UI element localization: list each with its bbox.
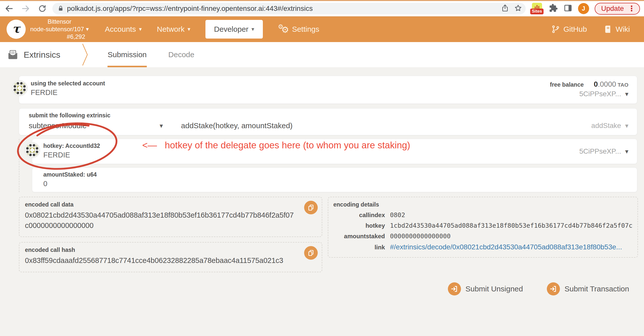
url-text: polkadot.js.org/apps/?rpc=wss://entrypoi… bbox=[67, 5, 498, 13]
call-select[interactable]: addStake ▾ bbox=[591, 122, 628, 130]
sites-badge: Sites bbox=[530, 9, 544, 14]
encoded-call-hash-value: 0x83ff59cdaaafd255687718c7741cce4b062328… bbox=[25, 255, 294, 266]
book-icon bbox=[603, 25, 612, 33]
detail-row-link: link #/extrinsics/decode/0x08021cbd2d435… bbox=[333, 243, 632, 251]
tab-decode-label: Decode bbox=[168, 50, 194, 59]
callindex-label: callindex bbox=[333, 212, 385, 219]
tau-glyph: τ bbox=[12, 22, 20, 36]
callindex-value: 0802 bbox=[390, 211, 405, 219]
submit-actions: Submit Unsigned Submit Transaction bbox=[19, 282, 637, 295]
chevron-down-icon: ▾ bbox=[625, 148, 628, 155]
git-branch-icon bbox=[551, 25, 560, 33]
gear-icon: ⚙⚙ bbox=[278, 24, 289, 34]
hotkey-identicon[interactable] bbox=[24, 142, 40, 158]
detail-row-hotkey: hotkey 1cbd2d43530a44705ad088af313e18f80… bbox=[333, 222, 632, 229]
copy-call-hash-button[interactable] bbox=[304, 246, 318, 260]
hotkey-address-short: 5CiPPseXP... bbox=[579, 147, 621, 155]
reload-button[interactable] bbox=[37, 3, 48, 14]
free-balance-label: free balance bbox=[550, 81, 584, 88]
call-signature: addStake(hotkey, amountStaked) bbox=[181, 121, 293, 130]
free-balance-value: 0.0000TAO bbox=[594, 80, 629, 88]
copy-call-data-button[interactable] bbox=[304, 201, 318, 214]
bookmark-star-icon[interactable] bbox=[514, 4, 522, 13]
hotkey-param-label: hotkey: AccountId32 bbox=[43, 143, 628, 149]
github-label: GitHub bbox=[563, 25, 587, 33]
back-arrow-icon bbox=[4, 4, 14, 13]
chevron-down-icon: ▾ bbox=[86, 26, 89, 33]
chevron-down-icon: ▾ bbox=[139, 26, 142, 32]
hotkey-param-value: FERDIE bbox=[43, 151, 628, 159]
back-button[interactable] bbox=[4, 3, 15, 14]
wiki-link[interactable]: Wiki bbox=[603, 25, 630, 33]
submit-unsigned-button[interactable]: Submit Unsigned bbox=[448, 282, 523, 295]
encoded-call-hash-card: encoded call hash 0x83ff59cdaaafd2556877… bbox=[19, 242, 322, 272]
forward-arrow-icon bbox=[21, 4, 30, 13]
app-header: τ Bittensor node-subtensor/107 ▾ #6,292 … bbox=[0, 16, 644, 42]
encoded-call-hash-label: encoded call hash bbox=[25, 247, 294, 253]
share-icon[interactable] bbox=[501, 4, 509, 13]
chevron-down-icon: ▾ bbox=[625, 90, 628, 98]
hotkey-account-dropdown[interactable]: 5CiPPseXP... ▾ bbox=[579, 147, 628, 155]
tab-submission-label: Submission bbox=[108, 50, 147, 59]
amountstaked-hex-label: amountstaked bbox=[333, 233, 385, 240]
chain-selector[interactable]: Bittensor node-subtensor/107 ▾ #6,292 bbox=[30, 18, 89, 41]
block-number: #6,292 bbox=[67, 33, 85, 41]
account-dropdown[interactable]: 5CiPPseXP... ▾ bbox=[579, 90, 628, 98]
update-button[interactable]: Update ⋮ bbox=[595, 3, 640, 15]
menu-developer-label: Developer bbox=[214, 25, 248, 33]
github-link[interactable]: GitHub bbox=[551, 25, 587, 33]
extrinsics-page: using the selected account FERDIE free b… bbox=[0, 67, 644, 295]
browser-menu-icon[interactable]: ⋮ bbox=[626, 5, 637, 12]
chevron-down-icon: ▾ bbox=[252, 26, 254, 32]
tab-decode[interactable]: Decode bbox=[168, 42, 194, 67]
hotkey-hex-label: hotkey bbox=[333, 222, 385, 229]
hotkey-param-card[interactable]: hotkey: AccountId32 FERDIE 5CiPPseXP... … bbox=[32, 139, 637, 164]
chain-name: Bittensor bbox=[48, 18, 71, 25]
submit-unsigned-label: Submit Unsigned bbox=[466, 285, 523, 293]
profile-avatar[interactable]: J bbox=[578, 3, 589, 14]
amountstaked-hex-value: 0000000000000000 bbox=[390, 232, 451, 240]
module-select[interactable]: subtensorModule bbox=[29, 121, 160, 130]
extrinsic-select-card: submit the following extrinsic subtensor… bbox=[19, 108, 637, 135]
wiki-label: Wiki bbox=[616, 25, 630, 33]
amount-param-label: amountStaked: u64 bbox=[43, 171, 628, 178]
bittensor-logo[interactable]: τ bbox=[7, 20, 26, 39]
account-select-card[interactable]: using the selected account FERDIE free b… bbox=[19, 76, 637, 104]
update-label: Update bbox=[601, 5, 624, 13]
encoding-details-title: encoding details bbox=[333, 201, 632, 208]
sign-in-icon bbox=[547, 282, 560, 295]
menu-accounts-label: Accounts bbox=[105, 25, 136, 33]
account-select-label: using the selected account bbox=[31, 80, 105, 87]
menu-network-label: Network bbox=[157, 25, 185, 33]
amount-param-card[interactable]: amountStaked: u64 0 bbox=[32, 167, 637, 192]
menu-accounts[interactable]: Accounts ▾ bbox=[105, 25, 142, 33]
page-title: Extrinsics bbox=[24, 50, 60, 60]
account-identicon[interactable] bbox=[12, 80, 28, 96]
encoded-call-data-value: 0x08021cbd2d43530a44705ad088af313e18f80b… bbox=[25, 210, 294, 230]
decode-link[interactable]: #/extrinsics/decode/0x08021cbd2d43530a44… bbox=[390, 243, 622, 251]
address-bar[interactable]: polkadot.js.org/apps/?rpc=wss://entrypoi… bbox=[52, 3, 526, 14]
tab-submission[interactable]: Submission bbox=[108, 42, 147, 67]
encoded-call-data-label: encoded call data bbox=[25, 201, 294, 208]
menu-network[interactable]: Network ▾ bbox=[157, 25, 190, 33]
chevron-down-icon[interactable]: ▾ bbox=[160, 122, 163, 130]
node-version: node-subtensor/107 bbox=[30, 25, 84, 33]
decode-link-label: link bbox=[333, 244, 385, 251]
call-parameters: hotkey: AccountId32 FERDIE 5CiPPseXP... … bbox=[19, 139, 637, 192]
menu-settings[interactable]: ⚙⚙ Settings bbox=[278, 24, 319, 34]
extrinsic-select-label: submit the following extrinsic bbox=[29, 112, 628, 119]
sites-extension-icon[interactable]: Sites bbox=[531, 3, 543, 14]
hotkey-hex-value: 1cbd2d43530a44705ad088af313e18f80b53ef16… bbox=[390, 222, 632, 229]
lock-icon bbox=[57, 5, 64, 12]
sidebar-toggle-icon[interactable] bbox=[563, 4, 573, 14]
amount-param-input[interactable]: 0 bbox=[43, 180, 628, 188]
section-divider bbox=[82, 42, 88, 67]
menu-developer[interactable]: Developer ▾ bbox=[205, 20, 263, 39]
detail-row-callindex: callindex 0802 bbox=[333, 211, 632, 219]
forward-button[interactable] bbox=[20, 3, 31, 14]
submit-transaction-button[interactable]: Submit Transaction bbox=[547, 282, 629, 295]
extensions-puzzle-icon[interactable] bbox=[549, 4, 558, 14]
submit-transaction-label: Submit Transaction bbox=[564, 285, 629, 293]
account-name: FERDIE bbox=[31, 88, 105, 97]
envelope-icon bbox=[8, 49, 18, 60]
